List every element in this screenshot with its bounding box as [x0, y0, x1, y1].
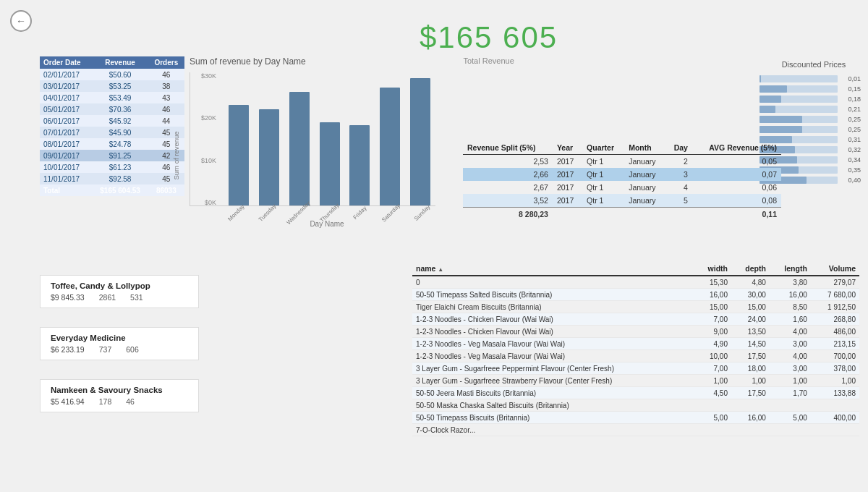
prod-width: 1,00: [694, 375, 731, 387]
back-button[interactable]: ←: [10, 10, 32, 32]
prod-volume: [811, 424, 859, 436]
prod-depth: 15,00: [731, 301, 770, 313]
rs-month: January: [624, 194, 665, 208]
prod-depth: 14,50: [731, 338, 770, 350]
order-count: 46: [148, 103, 184, 115]
rs-day: 2: [666, 155, 692, 169]
rs-footer-split: 8 280,23: [463, 208, 553, 221]
order-count: 43: [148, 92, 184, 103]
product-row: 1-2-3 Noodles - Chicken Flavour (Wai Wai…: [412, 326, 859, 338]
orders-row: 04/01/2017 $53.49 43: [40, 92, 184, 103]
discount-bar-bg: [760, 116, 838, 123]
prod-width: 7,00: [694, 362, 731, 375]
prod-col-width[interactable]: width: [694, 262, 731, 276]
total-orders-cell: 86033: [148, 184, 184, 196]
prod-depth: 17,50: [731, 350, 770, 362]
prod-width: 15,00: [694, 301, 731, 313]
category-stats: $6 233.19 737 606: [51, 345, 188, 354]
col-header-date[interactable]: Order Date: [40, 56, 93, 69]
prod-name: 1-2-3 Noodles - Chicken Flavour (Wai Wai…: [412, 326, 694, 338]
prod-depth: 24,00: [731, 313, 770, 326]
chart-bar[interactable]: [320, 122, 340, 205]
prod-name: 1-2-3 Noodles - Chicken Flavour (Wai Wai…: [412, 313, 694, 326]
discount-bar-bg: [760, 126, 838, 133]
rs-col-day[interactable]: Day: [666, 141, 692, 155]
prod-volume: 213,15: [811, 338, 859, 350]
rs-avg: 0,08: [692, 194, 781, 208]
chart-bar[interactable]: [349, 125, 370, 205]
prod-name: Tiger Elaichi Cream Biscuits (Britannia): [412, 301, 694, 313]
product-row: 3 Layer Gum - Sugarfreee Peppermint Flav…: [412, 362, 859, 375]
orders-row: 02/01/2017 $50.60 46: [40, 69, 184, 80]
col-header-revenue[interactable]: Revenue: [93, 56, 148, 69]
rs-col-avg[interactable]: AVG Revenue (5%): [692, 141, 781, 155]
prod-col-volume[interactable]: Volume: [811, 262, 859, 276]
discount-val: 0,32: [841, 146, 861, 153]
prod-col-depth[interactable]: depth: [731, 262, 770, 276]
discount-row: 0,01: [760, 75, 861, 82]
prod-col-name[interactable]: name ▲: [412, 262, 694, 276]
prod-depth: 13,50: [731, 326, 770, 338]
product-row: 1-2-3 Noodles - Veg Masala Flavour (Wai …: [412, 338, 859, 350]
prod-name: 50-50 Maska Chaska Salted Biscuits (Brit…: [412, 399, 694, 412]
orders-table-section: Order Date Revenue Orders 02/01/2017 $50…: [40, 56, 184, 196]
order-count: 46: [148, 69, 184, 80]
order-date: 11/01/2017: [40, 173, 93, 184]
prod-width: 4,90: [694, 338, 731, 350]
rs-day: 4: [666, 181, 692, 194]
prod-length: 1,60: [770, 313, 811, 326]
rs-split: 2,67: [463, 181, 553, 194]
prod-depth: [731, 424, 770, 436]
prod-volume: 378,00: [811, 362, 859, 375]
total-label: Total: [40, 184, 93, 196]
rs-split: 2,66: [463, 168, 553, 181]
chart-bar[interactable]: [229, 105, 249, 205]
prod-volume: 268,80: [811, 313, 859, 326]
order-date: 10/01/2017: [40, 161, 93, 173]
discount-val: 0,31: [841, 136, 861, 143]
chart-bar[interactable]: [380, 88, 400, 205]
orders-row: 05/01/2017 $70.36 46: [40, 103, 184, 115]
prod-volume: 400,00: [811, 412, 859, 424]
product-row: 50-50 Timepass Biscuits (Britannia) 5,00…: [412, 412, 859, 424]
discount-bar-fill: [760, 116, 802, 123]
revenue-split-section: Revenue Split (5%) Year Quarter Month Da…: [463, 141, 781, 221]
rev-split-row: 2,67 2017 Qtr 1 January 4 0,06: [463, 181, 781, 194]
order-revenue: $53.25: [93, 80, 148, 92]
prod-name: 7-O-Clock Razor...: [412, 424, 694, 436]
rs-col-month[interactable]: Month: [624, 141, 665, 155]
col-header-orders[interactable]: Orders: [148, 56, 184, 69]
prod-depth: 30,00: [731, 289, 770, 301]
prod-width: [694, 399, 731, 412]
discount-bar-fill: [760, 96, 781, 103]
order-revenue: $45.90: [93, 127, 148, 138]
rs-col-year[interactable]: Year: [553, 141, 582, 155]
orders-row: 08/01/2017 $24.78 45: [40, 138, 184, 150]
discount-row: 0,25: [760, 116, 861, 123]
chart-bar[interactable]: [259, 109, 279, 205]
product-row: 50-50 Jeera Masti Biscuits (Britannia) 4…: [412, 387, 859, 399]
bar-group: [375, 72, 405, 205]
chart-bar[interactable]: [289, 92, 310, 205]
chart-bar[interactable]: [410, 78, 430, 205]
prod-name: 3 Layer Gum - Sugarfreee Peppermint Flav…: [412, 362, 694, 375]
prod-length: 4,00: [770, 350, 811, 362]
y-tick-10k: $10K: [190, 157, 216, 164]
y-tick-0: $0K: [190, 199, 216, 206]
prod-width: 4,50: [694, 387, 731, 399]
orders-row: 10/01/2017 $61.23 46: [40, 161, 184, 173]
order-date: 06/01/2017: [40, 115, 93, 127]
y-tick-30k: $30K: [190, 72, 216, 80]
prod-volume: 133,88: [811, 387, 859, 399]
product-row: Tiger Elaichi Cream Biscuits (Britannia)…: [412, 301, 859, 313]
chart-container: Sum of revenue $0K $10K $20K $30K Monday…: [190, 72, 435, 239]
rs-col-quarter[interactable]: Quarter: [582, 141, 624, 155]
chart-y-label: Sum of revenue: [172, 131, 180, 179]
prod-col-length[interactable]: length: [770, 262, 811, 276]
rs-col-split[interactable]: Revenue Split (5%): [463, 141, 553, 155]
prod-depth: [731, 399, 770, 412]
prod-name: 50-50 Timepass Salted Biscuits (Britanni…: [412, 289, 694, 301]
prod-volume: 1,00: [811, 375, 859, 387]
prod-length: 16,00: [770, 289, 811, 301]
category-value: 46: [126, 397, 135, 406]
